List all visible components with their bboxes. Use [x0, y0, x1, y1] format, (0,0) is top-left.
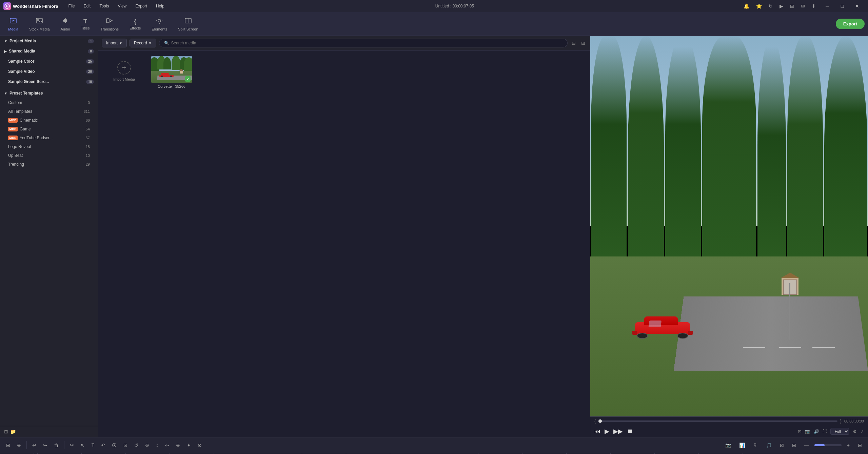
sidebar-item-all-templates[interactable]: All Templates 311 [0, 107, 98, 116]
media-toolbar: Import ▼ Record ▼ 🔍 ⊟ ⊞ [98, 36, 590, 50]
rewind-button[interactable]: ⏮ [594, 428, 600, 435]
youtube-label: YouTube Endscr... [20, 136, 53, 140]
timeline-delete-button[interactable]: 🗑 [51, 441, 61, 449]
progress-dot [598, 419, 602, 423]
message-icon[interactable]: ✉ [799, 3, 807, 9]
timeline-add-track-button[interactable]: ⊞ [3, 441, 13, 449]
timeline-camera-button[interactable]: 📷 [723, 441, 734, 449]
volume-icon[interactable]: 🔊 [814, 429, 819, 434]
sidebar-item-shared-media[interactable]: ▶ Shared Media 0 [0, 46, 98, 56]
stop-button[interactable]: ⏹ [627, 428, 633, 435]
sidebar-item-game[interactable]: MOD Game 54 [0, 125, 98, 133]
timeline-music-button[interactable]: 🎵 [763, 441, 774, 449]
sidebar-item-trending[interactable]: Trending 29 [0, 160, 98, 169]
toolbar-media-label: Media [8, 27, 18, 31]
timeline-cut-button[interactable]: ✂ [67, 441, 77, 449]
panel-bottom-icon-1[interactable]: ⊞ [4, 429, 8, 434]
layout-icon[interactable]: ⊞ [580, 39, 587, 47]
maximize-button[interactable]: □ [835, 1, 850, 11]
sidebar-item-sample-green[interactable]: Sample Green Scre... 10 [0, 77, 98, 87]
media-thumbnail-corvette[interactable]: ✓ Corvette - 35266 [151, 56, 192, 88]
play-button[interactable]: ▶ [605, 428, 609, 435]
toolbar-titles[interactable]: T Titles [76, 16, 95, 32]
menu-file[interactable]: File [65, 2, 78, 10]
minimize-button[interactable]: ─ [820, 1, 835, 11]
timeline-mic-button[interactable]: 🎙 [750, 441, 761, 449]
custom-count: 0 [88, 101, 90, 105]
timeline-undo-button[interactable]: ↩ [29, 441, 39, 449]
sidebar-item-preset-templates[interactable]: ▼ Preset Templates [0, 88, 98, 98]
sample-green-count: 10 [86, 80, 94, 84]
sidebar-item-up-beat[interactable]: Up Beat 10 [0, 151, 98, 160]
timeline-loop-button[interactable]: ↶ [98, 441, 108, 449]
fast-forward-button[interactable]: ▶▶ [613, 428, 623, 435]
sidebar-item-cinematic[interactable]: MOD Cinematic 66 [0, 116, 98, 125]
timeline-mark-button[interactable]: ⦿ [109, 441, 119, 449]
refresh-icon[interactable]: ↻ [767, 3, 775, 9]
import-button[interactable]: Import ▼ [102, 39, 127, 47]
cinematic-label: Cinematic [20, 118, 38, 123]
timeline-effects-2-button[interactable]: ⊠ [777, 441, 787, 449]
app-logo-icon [3, 2, 11, 10]
timeline-transform-button[interactable]: ⊛ [142, 441, 152, 449]
sidebar-item-sample-video[interactable]: Sample Video 20 [0, 66, 98, 77]
timeline-composite-button[interactable]: ⊗ [195, 441, 204, 449]
timeline-ai-button[interactable]: ✦ [184, 441, 194, 449]
menu-tools[interactable]: Tools [96, 2, 112, 10]
toolbar-split-screen[interactable]: Split Screen [173, 15, 203, 33]
crop-icon[interactable]: ⊡ [798, 429, 802, 434]
toolbar-stock-media[interactable]: Stock Media [24, 15, 55, 33]
toolbar-effects[interactable]: { Effects [125, 16, 145, 32]
export-button[interactable]: Export [836, 19, 865, 29]
sidebar-item-sample-color[interactable]: Sample Color 25 [0, 56, 98, 66]
zoom-slider[interactable] [814, 444, 842, 446]
timeline-split-button[interactable]: ↕ [153, 441, 161, 449]
timeline-zoom-in-button[interactable]: + [844, 441, 852, 449]
timeline-text-button[interactable]: T [89, 441, 97, 449]
toolbar-media[interactable]: Media [3, 15, 23, 33]
timeline-split2-button[interactable]: ⊞ [789, 441, 799, 449]
settings-icon[interactable]: ⚙ [853, 429, 857, 434]
toolbar-titles-label: Titles [81, 26, 90, 30]
close-button[interactable]: ✕ [850, 1, 865, 11]
record-button[interactable]: Record ▼ [130, 39, 156, 47]
timeline-zoom-out-button[interactable]: — [802, 441, 812, 449]
toolbar-audio[interactable]: Audio [56, 15, 75, 33]
snapshot-icon[interactable]: 📷 [805, 429, 810, 434]
menu-edit[interactable]: Edit [80, 2, 94, 10]
notification-icon[interactable]: 🔔 [742, 3, 751, 9]
sidebar-item-youtube[interactable]: MOD YouTube Endscr... 57 [0, 133, 98, 142]
menu-view[interactable]: View [114, 2, 130, 10]
menu-export[interactable]: Export [132, 2, 151, 10]
timeline-crop-button[interactable]: ⊡ [121, 441, 130, 449]
fullscreen-icon[interactable]: ⛶ [823, 429, 827, 434]
toolbar-transitions[interactable]: Transitions [96, 15, 123, 33]
preview-progress-bar[interactable] [598, 420, 837, 422]
up-beat-count: 10 [86, 153, 90, 158]
timeline-cursor-button[interactable]: ↖ [78, 441, 87, 449]
timeline-speed-button[interactable]: ⇔ [162, 441, 172, 449]
toolbar-elements[interactable]: Elements [147, 15, 172, 33]
menu-help[interactable]: Help [153, 2, 168, 10]
timeline-magnetic-button[interactable]: ⊕ [14, 441, 24, 449]
panel-bottom-icon-2[interactable]: 📁 [10, 429, 16, 434]
star-icon[interactable]: ⭐ [754, 3, 764, 9]
play-icon[interactable]: ▶ [777, 3, 785, 9]
expand-icon[interactable]: ⤢ [860, 429, 864, 434]
grid-icon[interactable]: ⊞ [788, 3, 796, 9]
transitions-icon [106, 17, 113, 26]
search-input[interactable] [171, 41, 563, 45]
timeline-fit-button[interactable]: ⊟ [855, 441, 865, 449]
sidebar-item-custom[interactable]: Custom 0 [0, 98, 98, 107]
quality-select[interactable]: Full 1/2 1/4 [830, 428, 849, 435]
timeline-freeze-button[interactable]: ⊕ [173, 441, 183, 449]
youtube-badge: MOD [8, 136, 18, 140]
import-media-button[interactable]: + Import Media [104, 56, 144, 86]
sidebar-item-logo-reveal[interactable]: Logo Reveal 18 [0, 142, 98, 151]
sidebar-item-project-media[interactable]: ▼ Project Media 1 [0, 36, 98, 46]
timeline-rotate-button[interactable]: ↺ [132, 441, 141, 449]
timeline-redo-button[interactable]: ↪ [40, 441, 50, 449]
filter-icon[interactable]: ⊟ [570, 39, 577, 47]
timeline-audio-meter-button[interactable]: 📊 [736, 441, 748, 449]
download-icon[interactable]: ⬇ [810, 3, 818, 9]
